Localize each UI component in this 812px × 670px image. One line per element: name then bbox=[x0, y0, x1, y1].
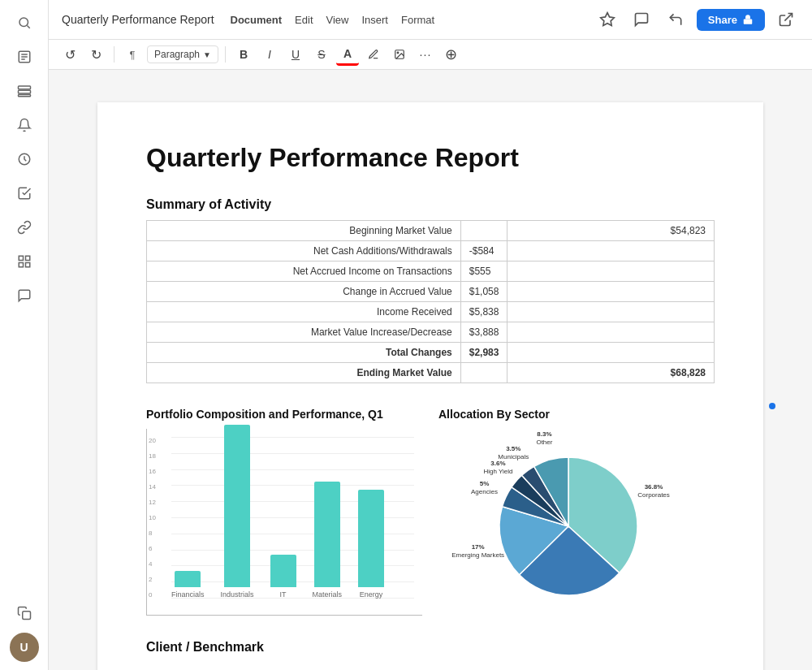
top-bar-left: Quarterly Performance Report Document Ed… bbox=[62, 11, 441, 29]
bar-label: Materials bbox=[313, 590, 343, 599]
italic-btn[interactable]: I bbox=[258, 43, 281, 66]
client-section-title: Client / Benchmark bbox=[146, 640, 715, 655]
svg-line-1 bbox=[27, 25, 29, 28]
strikethrough-btn[interactable]: S bbox=[310, 43, 333, 66]
comment-button[interactable] bbox=[628, 6, 654, 32]
svg-point-0 bbox=[19, 18, 28, 27]
doc-main-title: Quarterly Performance Report bbox=[146, 143, 715, 173]
bar-group: IT bbox=[270, 555, 296, 599]
sidebar-copy[interactable] bbox=[10, 599, 39, 628]
pie-chart-container: Allocation By Sector 36.8%Corporates25.8… bbox=[438, 408, 715, 616]
insert-btn[interactable]: ⊕ bbox=[440, 43, 463, 66]
toolbar: ↺ ↻ ¶ Paragraph ▼ B I U S A ··· ⊕ bbox=[49, 40, 812, 70]
menu-edit[interactable]: Edit bbox=[288, 11, 319, 29]
scroll-indicator bbox=[769, 403, 775, 409]
toolbar-divider-1 bbox=[114, 46, 114, 63]
menu-format[interactable]: Format bbox=[395, 11, 441, 29]
sidebar-notifications[interactable] bbox=[10, 110, 39, 140]
bar-group: Financials bbox=[171, 571, 205, 599]
pie-label: 3.5%Municipals bbox=[498, 445, 529, 460]
sidebar-search[interactable] bbox=[10, 8, 39, 37]
star-button[interactable] bbox=[594, 6, 620, 32]
svg-rect-6 bbox=[18, 86, 30, 89]
menu-insert[interactable]: Insert bbox=[355, 11, 395, 29]
highlight-btn[interactable] bbox=[362, 43, 385, 66]
bar bbox=[270, 555, 296, 587]
share-button[interactable]: Share bbox=[697, 9, 765, 31]
svg-rect-11 bbox=[25, 256, 29, 260]
svg-rect-12 bbox=[19, 263, 23, 267]
top-bar: Quarterly Performance Report Document Ed… bbox=[49, 0, 812, 40]
summary-section-title: Summary of Activity bbox=[146, 197, 715, 212]
bar bbox=[224, 425, 250, 587]
font-color-btn[interactable]: A bbox=[336, 43, 359, 66]
share-label: Share bbox=[708, 14, 737, 26]
svg-rect-14 bbox=[22, 612, 30, 620]
bar-label: Financials bbox=[171, 590, 205, 599]
bold-btn[interactable]: B bbox=[232, 43, 255, 66]
summary-table: Beginning Market Value$54,823Net Cash Ad… bbox=[146, 220, 715, 383]
bar bbox=[175, 571, 201, 587]
main-area: Quarterly Performance Report Document Ed… bbox=[49, 0, 812, 670]
open-button[interactable] bbox=[773, 6, 799, 32]
pie-label: 17%Emerging Markets bbox=[451, 543, 504, 559]
pie-chart-title: Allocation By Sector bbox=[438, 408, 715, 421]
pie-label: 36.8%Corporates bbox=[637, 483, 670, 499]
svg-rect-16 bbox=[744, 19, 753, 24]
sidebar-tasks[interactable] bbox=[10, 179, 39, 208]
paragraph-label: Paragraph bbox=[154, 49, 200, 60]
svg-marker-15 bbox=[601, 13, 615, 26]
sidebar-chat[interactable] bbox=[10, 281, 39, 310]
sidebar-layers[interactable] bbox=[10, 76, 39, 106]
more-btn[interactable]: ··· bbox=[414, 43, 437, 66]
user-avatar[interactable]: U bbox=[10, 633, 39, 662]
toolbar-divider-2 bbox=[225, 46, 226, 63]
redo-toolbar-btn[interactable]: ↻ bbox=[84, 43, 107, 66]
svg-rect-10 bbox=[19, 256, 23, 260]
bar-group: Materials bbox=[313, 482, 343, 599]
undo-toolbar-btn[interactable]: ↺ bbox=[58, 43, 81, 66]
sidebar-grid[interactable] bbox=[10, 247, 39, 276]
image-btn[interactable] bbox=[388, 43, 411, 66]
svg-line-17 bbox=[784, 14, 792, 21]
top-bar-right: Share bbox=[594, 6, 799, 32]
doc-page: Quarterly Performance Report Summary of … bbox=[97, 102, 763, 670]
menu-document[interactable]: Document bbox=[224, 11, 289, 29]
svg-rect-8 bbox=[18, 95, 30, 97]
paragraph-icon: ¶ bbox=[121, 43, 144, 66]
undo-button[interactable] bbox=[663, 6, 689, 32]
bar-group: Energy bbox=[358, 490, 384, 599]
paragraph-select[interactable]: Paragraph ▼ bbox=[147, 45, 218, 63]
sidebar-history[interactable] bbox=[10, 145, 39, 174]
menu-bar: Document Edit View Insert Format bbox=[224, 11, 442, 29]
bar-chart-title: Portfolio Composition and Performance, Q… bbox=[146, 408, 422, 421]
bar-chart-container: Portfolio Composition and Performance, Q… bbox=[146, 408, 422, 616]
pie-label: 3.6%High Yield bbox=[483, 460, 512, 475]
bar-group: Industrials bbox=[221, 425, 254, 599]
charts-row: Portfolio Composition and Performance, Q… bbox=[146, 408, 715, 616]
svg-rect-7 bbox=[18, 90, 30, 93]
pie-label: 5%Agencies bbox=[471, 480, 498, 495]
sidebar-links[interactable] bbox=[10, 213, 39, 242]
svg-rect-13 bbox=[25, 263, 29, 267]
svg-point-19 bbox=[397, 52, 399, 54]
menu-view[interactable]: View bbox=[320, 11, 356, 29]
underline-btn[interactable]: U bbox=[284, 43, 307, 66]
sidebar: U bbox=[0, 0, 49, 670]
bar-label: Industrials bbox=[221, 590, 254, 599]
bar-label: Energy bbox=[360, 590, 383, 599]
sidebar-pages[interactable] bbox=[10, 42, 39, 71]
pie-label: 25.8%Treasuries bbox=[555, 614, 585, 616]
dropdown-arrow: ▼ bbox=[203, 50, 211, 59]
pie-label: 8.3%Other bbox=[536, 430, 552, 446]
bar-label: IT bbox=[280, 590, 287, 599]
pie-svg-container: 36.8%Corporates25.8%Treasuries17%Emergin… bbox=[438, 429, 715, 607]
document-title: Quarterly Performance Report bbox=[62, 13, 214, 26]
bar bbox=[358, 490, 384, 587]
doc-content[interactable]: Quarterly Performance Report Summary of … bbox=[49, 70, 812, 670]
bar bbox=[314, 482, 340, 587]
